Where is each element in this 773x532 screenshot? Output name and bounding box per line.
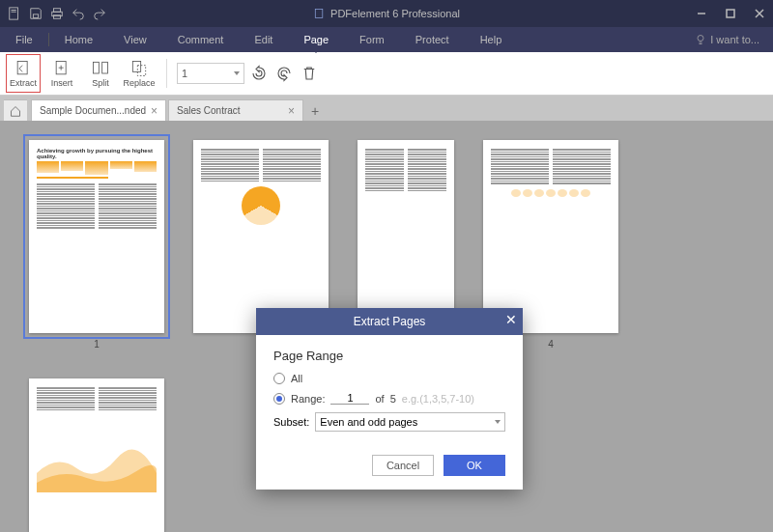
save-icon[interactable]: [29, 7, 43, 20]
home-button[interactable]: [4, 99, 27, 121]
split-button[interactable]: Split: [83, 54, 118, 93]
thumb-1-title: Achieving growth by pursuing the highest…: [37, 148, 157, 159]
ok-button[interactable]: OK: [444, 455, 505, 476]
svg-rect-7: [727, 10, 734, 17]
app-icon: [313, 8, 325, 19]
insert-icon: [52, 59, 72, 78]
quick-access-toolbar: [0, 7, 114, 20]
rotate-cw-icon: [275, 65, 293, 82]
i-want-to[interactable]: I want to...: [681, 34, 773, 45]
radio-range[interactable]: Range: of 5 e.g.(1,3,5,7-10): [273, 392, 505, 405]
menu-home[interactable]: Home: [49, 27, 108, 52]
area-chart-icon: [37, 444, 157, 492]
extract-icon: [14, 59, 33, 78]
tab-1[interactable]: Sample Documen...nded ×: [31, 99, 166, 121]
svg-rect-18: [102, 62, 108, 73]
radio-all-label: All: [291, 373, 302, 384]
lightbulb-icon: [695, 34, 706, 45]
thumb-4-label: 4: [548, 339, 554, 350]
tab-2-close[interactable]: ×: [288, 104, 295, 118]
thumb-1-label: 1: [94, 339, 100, 350]
menu-view[interactable]: View: [108, 27, 162, 52]
app-logo-icon: [8, 7, 21, 20]
extract-pages-dialog: Extract Pages ✕ Page Range All Range: of…: [256, 308, 523, 490]
page-thumb-1[interactable]: Achieving growth by pursuing the highest…: [29, 140, 164, 350]
tab-1-close[interactable]: ×: [151, 104, 157, 118]
radio-all[interactable]: All: [273, 373, 505, 384]
radio-range-input[interactable]: [273, 393, 285, 405]
menu-page[interactable]: Page: [288, 27, 344, 52]
dialog-title: Extract Pages: [354, 315, 426, 328]
page-thumb-5[interactable]: [29, 378, 164, 532]
svg-rect-17: [94, 62, 100, 73]
titlebar: PDFelement 6 Professional: [0, 0, 773, 27]
delete-button[interactable]: [299, 63, 320, 84]
add-tab-button[interactable]: +: [305, 101, 325, 121]
cancel-button[interactable]: Cancel: [372, 455, 434, 476]
dialog-header[interactable]: Extract Pages ✕: [256, 308, 523, 335]
dialog-close-button[interactable]: ✕: [505, 312, 517, 327]
trash-icon: [301, 65, 318, 82]
page-selector[interactable]: 1: [177, 63, 244, 84]
tab-2-label: Sales Contract: [177, 105, 241, 116]
menu-comment[interactable]: Comment: [162, 27, 240, 52]
menu-file[interactable]: File: [0, 27, 48, 52]
subset-label: Subset:: [273, 416, 309, 428]
tabbar: Sample Documen...nded × Sales Contract ×…: [0, 96, 773, 121]
menu-protect[interactable]: Protect: [400, 27, 465, 52]
svg-rect-20: [137, 66, 145, 76]
tab-2[interactable]: Sales Contract ×: [168, 99, 303, 121]
app-title: PDFelement 6 Professional: [313, 8, 460, 19]
menu-form[interactable]: Form: [344, 27, 400, 52]
dialog-section-title: Page Range: [273, 349, 505, 363]
extract-button[interactable]: Extract: [6, 54, 41, 93]
svg-rect-1: [33, 14, 38, 18]
svg-rect-5: [315, 10, 323, 18]
undo-icon[interactable]: [72, 7, 85, 20]
menu-help[interactable]: Help: [465, 27, 518, 52]
range-total: 5: [390, 393, 396, 405]
replace-button[interactable]: Replace: [122, 54, 157, 93]
menubar: File Home View Comment Edit Page Form Pr…: [0, 27, 773, 52]
subset-select[interactable]: Even and odd pages: [315, 412, 505, 432]
svg-rect-0: [10, 8, 18, 19]
svg-rect-2: [54, 9, 61, 13]
svg-rect-13: [17, 62, 27, 74]
rotate-cw-button[interactable]: [273, 63, 295, 84]
redo-icon[interactable]: [93, 7, 106, 20]
menu-edit[interactable]: Edit: [239, 27, 288, 52]
range-value-input[interactable]: [330, 392, 369, 405]
rotate-ccw-button[interactable]: [248, 63, 270, 84]
workspace: Achieving growth by pursuing the highest…: [0, 121, 773, 532]
range-hint: e.g.(1,3,5,7-10): [402, 393, 474, 405]
svg-rect-19: [132, 62, 140, 72]
svg-point-10: [698, 36, 703, 42]
maximize-button[interactable]: [717, 0, 744, 27]
range-of-label: of: [375, 393, 384, 405]
insert-button[interactable]: Insert: [44, 54, 79, 93]
radio-range-label: Range:: [291, 393, 325, 405]
close-button[interactable]: [746, 0, 773, 27]
ribbon: Extract Insert Split Replace 1: [0, 52, 773, 96]
radio-all-input[interactable]: [273, 373, 285, 384]
minimize-button[interactable]: [688, 0, 715, 27]
tab-1-label: Sample Documen...nded: [40, 105, 146, 116]
replace-icon: [129, 59, 149, 78]
home-icon: [10, 105, 21, 117]
split-icon: [91, 59, 110, 78]
print-icon[interactable]: [50, 7, 64, 20]
rotate-ccw-icon: [250, 65, 268, 82]
